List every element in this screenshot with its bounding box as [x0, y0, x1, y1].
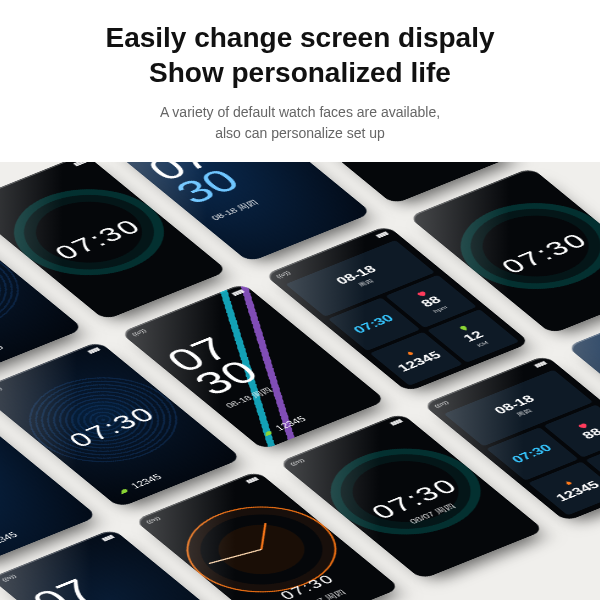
subheadline: A variety of default watch faces are ava… — [24, 102, 576, 144]
header: Easily change screen dispaly Show person… — [0, 0, 600, 162]
sub-line-2: also can personalize set up — [215, 125, 385, 141]
headline-line-1: Easily change screen dispaly — [105, 22, 494, 53]
time: 07:30 — [342, 465, 487, 533]
steps: 12345 — [112, 472, 165, 497]
heart-icon — [575, 421, 592, 431]
hour-hand — [260, 523, 266, 549]
steps: 12345 — [0, 530, 20, 555]
minute-hand — [208, 549, 261, 564]
watchface-grid: ((o))▮▮▮▮ 07:30 12345 ((o))▮▮▮▮ 07:30 12… — [0, 162, 600, 600]
date: 08-18 周四 — [223, 386, 275, 411]
time: 07:30 — [39, 393, 184, 461]
watchface-showcase: ((o))▮▮▮▮ 07:30 12345 ((o))▮▮▮▮ 07:30 12… — [0, 162, 600, 600]
steps: 12345 — [256, 414, 309, 439]
date: 08/07 周四 — [367, 486, 498, 542]
sub-line-1: A variety of default watch faces are ava… — [160, 104, 440, 120]
shoe-icon — [256, 427, 278, 440]
headline: Easily change screen dispaly Show person… — [24, 20, 576, 90]
time: 07:30 — [239, 557, 375, 600]
shoe-icon — [112, 485, 134, 498]
date: 08/07 周四 — [257, 572, 388, 600]
headline-line-2: Show personalized life — [149, 57, 451, 88]
flame-icon — [560, 479, 577, 489]
